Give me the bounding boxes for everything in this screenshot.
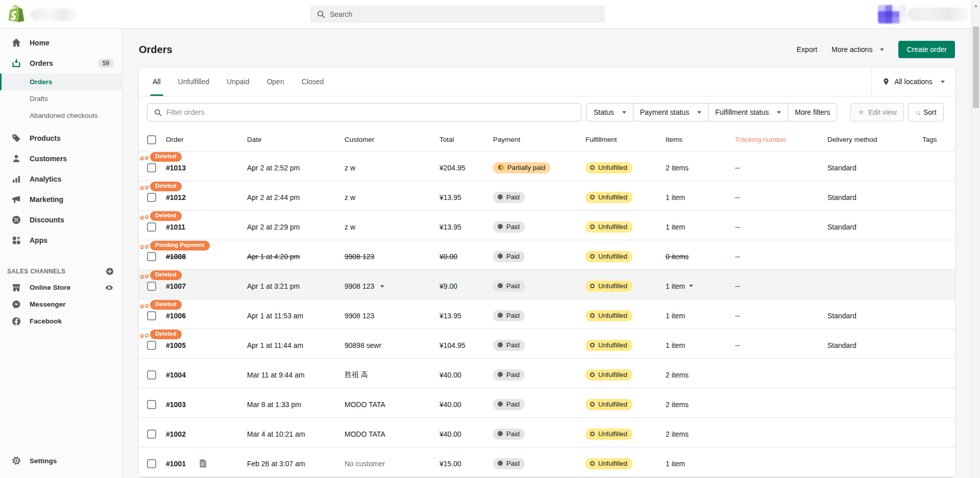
order-customer: z w (345, 164, 355, 172)
scrollbar-up-arrow[interactable]: ▲ (972, 0, 980, 8)
order-number[interactable]: #1007 (166, 282, 186, 290)
row-checkbox[interactable] (147, 163, 156, 172)
chevron-down-icon (941, 81, 945, 83)
more-filters-button[interactable]: More filters (788, 103, 837, 121)
gear-icon (11, 456, 21, 466)
sidebar-item-analytics[interactable]: Analytics (0, 169, 122, 189)
sidebar-subitem-orders[interactable]: Orders (0, 73, 122, 90)
sidebar-subitem-drafts[interactable]: Drafts (0, 90, 122, 107)
row-checkbox[interactable] (147, 370, 156, 380)
row-checkbox[interactable] (147, 222, 156, 232)
row-checkbox[interactable] (147, 282, 156, 291)
sidebar-item-online-store[interactable]: Online Store (0, 279, 122, 296)
filter-orders-input[interactable] (166, 108, 575, 116)
row-checkbox[interactable] (147, 400, 156, 409)
row-checkbox[interactable] (147, 430, 156, 439)
tab-closed[interactable]: Closed (293, 67, 333, 96)
order-number[interactable]: #1002 (166, 430, 186, 438)
order-number[interactable]: #1013 (166, 164, 186, 172)
search-icon (316, 10, 326, 19)
orders-table-body: Deleted #1013 Apr 2 at 2:52 pm z w ¥204.… (139, 152, 955, 477)
shopify-logo-icon[interactable] (8, 5, 26, 24)
col-total: Total (439, 136, 493, 143)
order-number[interactable]: #1006 (166, 312, 186, 320)
sort-button[interactable]: ↑↓ Sort (908, 103, 944, 121)
sidebar-item-facebook[interactable]: Facebook (0, 313, 122, 330)
table-row[interactable]: Deleted #1013 Apr 2 at 2:52 pm z w ¥204.… (139, 152, 955, 181)
row-checkbox[interactable] (147, 311, 156, 320)
order-number[interactable]: #1001 (166, 460, 186, 468)
table-row[interactable]: Deleted #1006 Apr 1 at 11:53 am 9908 123… (139, 299, 955, 329)
chevron-down-icon[interactable] (380, 285, 384, 288)
table-row[interactable]: #1004 Mar 11 at 9:44 am 胜祖 高 ¥40.00 Paid… (139, 359, 955, 388)
fulfillment-status-label: Unfulfilled (598, 253, 627, 260)
page-scrollbar[interactable]: ▲ (971, 0, 980, 478)
unfulfilled-ring-icon (590, 343, 595, 347)
select-all-checkbox[interactable] (147, 135, 156, 144)
payment-status-filter-button[interactable]: Payment status (633, 103, 709, 121)
payment-status-label: Paid (506, 400, 520, 408)
row-checkbox[interactable] (147, 193, 156, 202)
user-name-redacted (908, 8, 969, 21)
sidebar-item-settings[interactable]: Settings (0, 450, 122, 471)
table-row[interactable]: Deleted #1011 Apr 2 at 2:29 pm z w ¥13.9… (139, 211, 955, 240)
orders-card: All Unfulfilled Unpaid Open Closed All l… (139, 67, 955, 477)
global-search[interactable]: Search (310, 6, 605, 23)
scrollbar-thumb[interactable] (973, 27, 979, 108)
order-number[interactable]: #1003 (166, 400, 186, 409)
add-sales-channel-icon[interactable] (106, 267, 114, 275)
table-row[interactable]: #1002 Mar 4 at 10:21 am MODO TATA ¥40.00… (139, 418, 955, 447)
sidebar-item-messenger[interactable]: Messenger (0, 296, 122, 313)
chevron-down-icon[interactable] (689, 285, 693, 287)
table-row[interactable]: #1001 Feb 26 at 3:07 am No customer ¥15.… (139, 447, 955, 477)
order-items: 2 items (666, 400, 689, 409)
row-checkbox[interactable] (147, 252, 156, 261)
table-row[interactable]: Deleted #1005 Apr 1 at 11:44 am 90898 se… (139, 329, 955, 359)
row-checkbox[interactable] (147, 341, 156, 350)
tab-open[interactable]: Open (258, 67, 292, 96)
tab-all[interactable]: All (144, 67, 169, 96)
sidebar-item-marketing[interactable]: Marketing (0, 189, 122, 210)
export-button[interactable]: Export (797, 45, 817, 54)
fulfillment-status-filter-button[interactable]: Fulfillment status (708, 103, 788, 121)
order-customer: MODO TATA (345, 430, 385, 438)
more-actions-label: More actions (831, 45, 872, 54)
order-number[interactable]: #1004 (166, 371, 186, 379)
tab-unfulfilled[interactable]: Unfulfilled (169, 67, 218, 96)
table-row[interactable]: Deleted #1007 Apr 1 at 3:21 pm 9908 123 … (139, 270, 955, 299)
edit-view-button[interactable]: ★ Edit view (850, 103, 903, 121)
sidebar-item-apps[interactable]: Apps (0, 230, 122, 250)
table-row[interactable]: Pending Payment #1008 Apr 1 at 4:20 pm 9… (139, 240, 955, 270)
sidebar-item-customers[interactable]: Customers (0, 148, 122, 169)
more-actions-button[interactable]: More actions (831, 45, 884, 54)
order-items: 2 items (666, 430, 689, 438)
sidebar-item-products[interactable]: Products (0, 128, 122, 148)
filter-orders-field[interactable] (147, 103, 581, 121)
status-filter-button[interactable]: Status (586, 103, 633, 121)
fulfillment-status-filter-label: Fulfillment status (715, 108, 769, 116)
order-number[interactable]: #1011 (166, 223, 185, 231)
fulfillment-status-badge: Unfulfilled (585, 192, 632, 203)
sidebar-subitem-abandoned-checkouts[interactable]: Abandoned checkouts (0, 107, 122, 124)
fulfillment-status-label: Unfulfilled (598, 430, 627, 438)
account-menu[interactable] (878, 5, 969, 23)
table-row[interactable]: Deleted #1012 Apr 2 at 2:44 pm z w ¥13.9… (139, 181, 955, 211)
row-checkbox[interactable] (147, 459, 156, 468)
order-number[interactable]: #1008 (166, 253, 186, 261)
sidebar-item-orders[interactable]: Orders 59 (0, 53, 122, 73)
sidebar-item-discounts[interactable]: Discounts (0, 210, 122, 230)
sidebar-item-home[interactable]: Home (0, 33, 122, 53)
order-number[interactable]: #1005 (166, 341, 186, 349)
view-store-eye-icon[interactable] (105, 283, 114, 292)
annotation-scribble-icon (139, 331, 151, 340)
table-row[interactable]: #1003 Mar 8 at 1:33 pm MODO TATA ¥40.00 … (139, 388, 955, 418)
order-total: ¥40.00 (439, 430, 493, 438)
location-selector[interactable]: All locations (871, 67, 955, 96)
note-icon (199, 459, 207, 468)
unfulfilled-ring-icon (590, 254, 595, 259)
tab-unpaid[interactable]: Unpaid (218, 67, 258, 96)
more-filters-label: More filters (795, 108, 830, 116)
order-number[interactable]: #1012 (166, 193, 186, 202)
order-total: ¥0.00 (439, 253, 493, 261)
create-order-button[interactable]: Create order (898, 41, 955, 58)
